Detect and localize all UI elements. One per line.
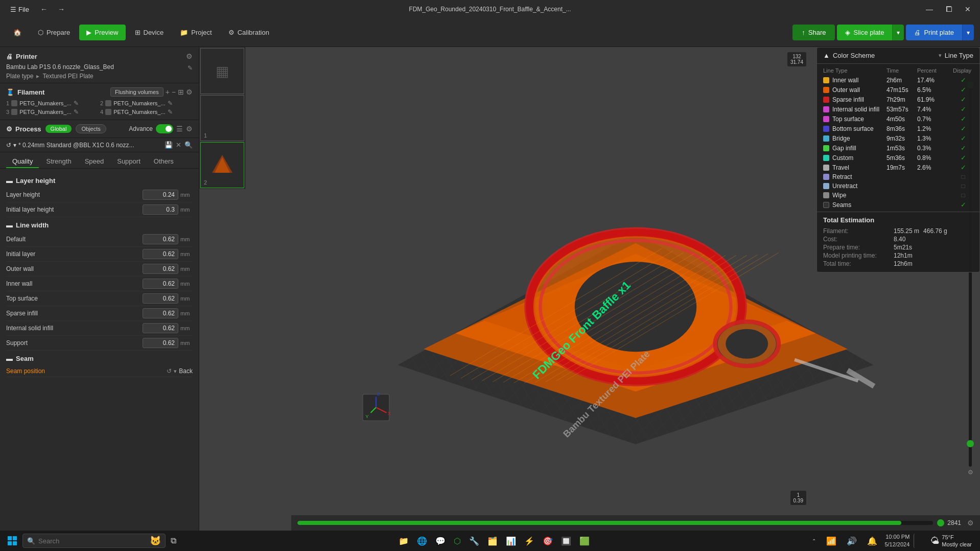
close-button[interactable]: ✕ <box>962 4 974 14</box>
preview-button[interactable]: ▶ Preview <box>79 25 125 40</box>
display-check-gap-infill[interactable]: ✓ <box>953 144 973 152</box>
print-arrow-button[interactable]: ▾ <box>962 25 974 40</box>
display-check-custom[interactable]: ✓ <box>953 154 973 162</box>
taskbar-app-chrome[interactable]: 🌐 <box>414 534 430 548</box>
network-icon[interactable]: 📶 <box>823 534 839 548</box>
display-check-sparse[interactable]: ✓ <box>953 96 973 103</box>
layer-slider-bottom-handle[interactable] <box>967 440 974 447</box>
print-plate-button[interactable]: 🖨 Print plate <box>906 25 962 40</box>
taskbar-app-1[interactable]: 🔧 <box>466 534 482 548</box>
minimize-button[interactable]: — <box>923 4 936 14</box>
forward-button[interactable]: → <box>55 4 68 14</box>
tab-strength[interactable]: Strength <box>40 155 77 168</box>
display-check-retract[interactable]: □ <box>953 173 973 180</box>
volume-icon[interactable]: 🔊 <box>844 534 860 548</box>
layer-height-group-header[interactable]: ▬ Layer height <box>6 173 193 188</box>
device-button[interactable]: ⊞ Device <box>128 25 171 40</box>
printer-settings-button[interactable]: ⚙ <box>186 52 193 60</box>
notifications-chevron[interactable]: ⌃ <box>809 536 819 546</box>
taskbar-app-bambu[interactable]: ⬡ <box>451 534 464 548</box>
inner-wall-input[interactable] <box>143 279 178 289</box>
printer-edit-button[interactable]: ✎ <box>188 64 193 72</box>
profile-close-button[interactable]: ✕ <box>176 141 181 149</box>
initial-layer-height-input[interactable] <box>143 204 178 215</box>
layer-height-input[interactable] <box>143 190 178 200</box>
process-list-button[interactable]: ☰ <box>176 125 183 133</box>
taskbar-app-explorer[interactable]: 📁 <box>395 534 412 548</box>
tab-speed[interactable]: Speed <box>79 155 110 168</box>
filament-edit-2[interactable]: ✎ <box>168 100 173 107</box>
file-menu-button[interactable]: ☰ File <box>6 4 33 15</box>
taskbar-app-3[interactable]: 📊 <box>503 534 519 548</box>
search-input[interactable] <box>38 537 147 545</box>
internal-solid-infill-input[interactable] <box>143 323 178 333</box>
taskbar-app-4[interactable]: ⚡ <box>521 534 538 548</box>
maximize-button[interactable]: ⧠ <box>942 4 955 14</box>
filament-edit-1[interactable]: ✎ <box>74 100 79 107</box>
notification-icon[interactable]: 🔔 <box>864 534 880 548</box>
display-check-wipe[interactable]: □ <box>953 192 973 199</box>
project-button[interactable]: 📁 Project <box>173 25 219 40</box>
settings-panel: ▬ Layer height Layer height mm Initial l… <box>0 169 199 531</box>
tab-others[interactable]: Others <box>148 155 180 168</box>
tab-quality[interactable]: Quality <box>6 155 39 168</box>
share-button[interactable]: ↑ Share <box>792 25 835 40</box>
outer-wall-input[interactable] <box>143 264 178 274</box>
home-button[interactable]: 🏠 <box>6 25 29 40</box>
slice-plate-button[interactable]: ◈ Slice plate <box>837 25 892 40</box>
plate-thumb-preview[interactable]: ▦ <box>200 48 244 94</box>
back-button[interactable]: ← <box>37 4 51 14</box>
display-check-bridge[interactable]: ✓ <box>953 134 973 142</box>
color-scheme-title-text: Color Scheme <box>833 52 875 59</box>
seam-group-header[interactable]: ▬ Seam <box>6 351 193 365</box>
show-desktop-button[interactable] <box>914 534 920 548</box>
display-check-travel[interactable]: ✓ <box>953 164 973 171</box>
process-settings-button[interactable]: ⚙ <box>186 125 193 133</box>
profile-search-button[interactable]: 🔍 <box>184 141 193 149</box>
display-check-seams[interactable]: ✓ <box>953 201 973 209</box>
taskbar-app-teams[interactable]: 💬 <box>432 534 449 548</box>
filament-settings-button[interactable]: ⚙ <box>186 88 193 96</box>
taskbar-app-7[interactable]: 🟩 <box>576 534 593 548</box>
flushing-volumes-button[interactable]: Flushing volumes <box>110 87 164 97</box>
support-input[interactable] <box>143 338 178 348</box>
display-check-outer-wall[interactable]: ✓ <box>953 86 973 94</box>
initial-layer-width-input[interactable] <box>143 249 178 259</box>
display-check-unretract[interactable]: □ <box>953 182 973 190</box>
slider-settings-button[interactable]: ⚙ <box>968 469 973 476</box>
display-check-bottom-surface[interactable]: ✓ <box>953 125 973 132</box>
slice-arrow-button[interactable]: ▾ <box>892 25 904 40</box>
default-input[interactable] <box>143 234 178 244</box>
advance-toggle[interactable] <box>156 124 173 133</box>
taskbar-app-2[interactable]: 🗂️ <box>484 534 501 548</box>
canvas-area[interactable]: FDMGeo Front Baffle x1 Bambu Textured PE… <box>245 47 980 531</box>
search-bar[interactable]: 🔍 🐱 <box>22 534 166 548</box>
process-section: ⚙ Process Global Objects Advance ☰ ⚙ <box>0 120 199 138</box>
system-clock[interactable]: 10:00 PM 5/12/2024 <box>884 533 909 549</box>
profile-save-button[interactable]: 💾 <box>165 141 173 149</box>
taskbar-app-6[interactable]: 🔲 <box>558 534 574 548</box>
plate-thumb-1[interactable]: 1 <box>200 95 244 141</box>
prepare-button[interactable]: ⬡ Prepare <box>31 25 77 40</box>
filament-edit-3[interactable]: ✎ <box>74 108 79 116</box>
add-filament-button[interactable]: + <box>166 88 170 96</box>
line-width-group-header[interactable]: ▬ Line width <box>6 217 193 232</box>
windows-start-button[interactable] <box>4 534 20 548</box>
display-check-top-surface[interactable]: ✓ <box>953 115 973 123</box>
objects-tab[interactable]: Objects <box>76 124 106 133</box>
filament-copy-button[interactable]: ⊞ <box>178 88 184 96</box>
tab-support[interactable]: Support <box>111 155 147 168</box>
display-check-inner-wall[interactable]: ✓ <box>953 76 973 84</box>
top-surface-input[interactable] <box>143 293 178 304</box>
remove-filament-button[interactable]: − <box>172 88 176 96</box>
plate-thumb-2[interactable]: 2 <box>200 142 244 188</box>
progress-settings-button[interactable]: ⚙ <box>967 519 974 527</box>
global-tab[interactable]: Global <box>45 125 72 133</box>
task-view-button[interactable]: ⧉ <box>168 534 179 547</box>
sparse-infill-input[interactable] <box>143 308 178 318</box>
taskbar-app-5[interactable]: 🎯 <box>540 534 556 548</box>
display-check-internal-solid[interactable]: ✓ <box>953 105 973 113</box>
filament-edit-4[interactable]: ✎ <box>168 108 173 116</box>
calibration-button[interactable]: ⚙ Calibration <box>221 25 276 40</box>
color-table: Line Type Time Percent Display Inner wal… <box>817 64 979 212</box>
